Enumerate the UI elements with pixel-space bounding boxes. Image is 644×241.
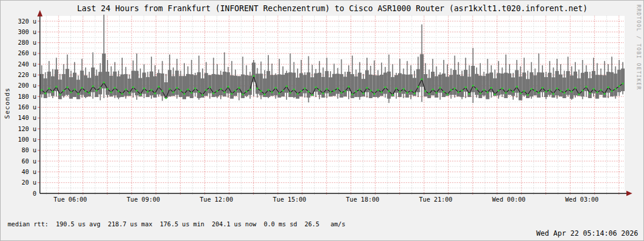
stats-footer: median rtt: 190.5 us avg 218.7 us max 17… xyxy=(8,205,345,241)
svg-text:Tue 09:00: Tue 09:00 xyxy=(127,196,160,203)
latency-chart: 020 u40 u60 u80 u100 u120 u140 u160 u180… xyxy=(1,1,644,203)
generation-timestamp: Wed Apr 22 05:14:06 2026 xyxy=(537,229,638,237)
y-tick-labels: 020 u40 u60 u80 u100 u120 u140 u160 u180… xyxy=(18,18,36,197)
svg-text:100 u: 100 u xyxy=(18,136,36,143)
svg-text:80 u: 80 u xyxy=(22,146,36,153)
svg-text:240 u: 240 u xyxy=(18,61,36,68)
svg-text:220 u: 220 u xyxy=(18,71,36,78)
svg-text:160 u: 160 u xyxy=(18,103,36,111)
svg-text:40 u: 40 u xyxy=(22,168,36,175)
svg-text:180 u: 180 u xyxy=(18,93,36,100)
svg-text:60 u: 60 u xyxy=(22,158,36,165)
x-axis-arrow xyxy=(626,191,632,196)
svg-text:120 u: 120 u xyxy=(18,125,36,132)
smokeping-graph-panel: 020 u40 u60 u80 u100 u120 u140 u160 u180… xyxy=(0,0,644,241)
svg-text:Tue 18:00: Tue 18:00 xyxy=(346,196,379,203)
svg-text:20 u: 20 u xyxy=(22,179,36,186)
y-axis-title: Seconds xyxy=(4,83,11,124)
svg-text:0: 0 xyxy=(33,190,36,197)
svg-text:320 u: 320 u xyxy=(18,18,36,25)
rrdtool-watermark: RRDTOOL / TOBI OETIKER xyxy=(636,5,642,91)
svg-text:Tue 12:00: Tue 12:00 xyxy=(200,196,233,203)
x-tick-labels: Tue 06:00Tue 09:00Tue 12:00Tue 15:00Tue … xyxy=(53,196,598,203)
svg-text:300 u: 300 u xyxy=(18,28,36,35)
y-axis-arrow xyxy=(38,10,43,16)
svg-text:140 u: 140 u xyxy=(18,114,36,121)
median-rtt-stats: median rtt: 190.5 us avg 218.7 us max 17… xyxy=(8,220,345,229)
svg-text:Tue 21:00: Tue 21:00 xyxy=(419,196,453,203)
svg-text:Wed 00:00: Wed 00:00 xyxy=(492,196,525,203)
svg-text:Tue 15:00: Tue 15:00 xyxy=(273,196,306,203)
svg-text:Tue 06:00: Tue 06:00 xyxy=(53,196,87,203)
svg-text:260 u: 260 u xyxy=(18,49,36,56)
chart-title: Last 24 Hours from Frankfurt (INFORENT R… xyxy=(77,4,588,13)
svg-text:200 u: 200 u xyxy=(18,82,36,89)
svg-text:Wed 03:00: Wed 03:00 xyxy=(565,196,599,203)
latency-graph-svg: 020 u40 u60 u80 u100 u120 u140 u160 u180… xyxy=(1,1,644,203)
svg-text:280 u: 280 u xyxy=(18,39,36,46)
